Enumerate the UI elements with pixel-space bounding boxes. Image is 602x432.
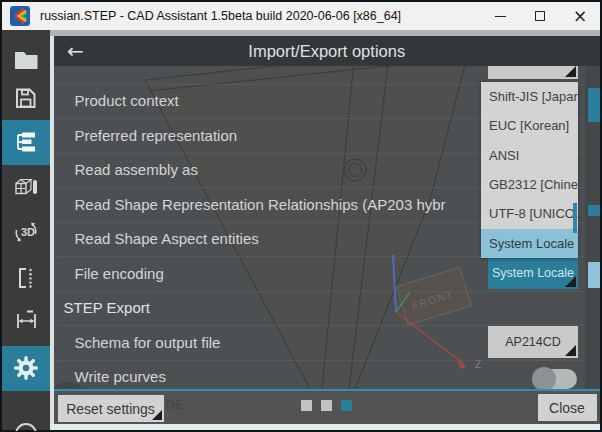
page-indicator xyxy=(54,400,601,411)
sidebar: 3D xyxy=(2,30,50,430)
maximize-button[interactable] xyxy=(520,2,560,30)
info-icon xyxy=(13,403,39,431)
encoding-dropdown-popup: Shift-JIS [Japan...EUC [Korean]ANSIGB231… xyxy=(481,82,578,258)
save-icon xyxy=(14,86,38,110)
combo-box-file-encoding[interactable]: System Locale xyxy=(488,257,578,289)
dropdown-item[interactable]: EUC [Korean] xyxy=(481,111,578,140)
option-label: Read Shape Aspect entities xyxy=(75,230,259,247)
scrollbar-mark xyxy=(588,205,600,216)
sidebar-item-info[interactable] xyxy=(2,403,50,431)
app-window: russian.STEP - CAD Assistant 1.5beta bui… xyxy=(0,0,602,432)
sidebar-item-section[interactable] xyxy=(2,256,50,301)
rotate-3d-icon: 3D xyxy=(13,219,39,245)
dropdown-item[interactable]: ANSI xyxy=(481,141,578,170)
viewport-edge-bottom xyxy=(50,424,600,430)
close-dialog-button[interactable]: Close xyxy=(538,394,597,421)
close-icon: × xyxy=(573,8,587,25)
page-dot-1[interactable] xyxy=(301,400,312,411)
scrollbar-thumb[interactable] xyxy=(588,88,600,122)
dropdown-item[interactable]: System Locale xyxy=(481,229,578,258)
page-dot-3[interactable] xyxy=(341,400,352,411)
combo-box-schema-for-output-file[interactable]: AP214CD xyxy=(488,326,578,358)
option-label: Write pcurves xyxy=(75,368,166,385)
measure-icon xyxy=(14,308,39,332)
sidebar-item-measure[interactable] xyxy=(2,298,50,343)
dialog-title: Import/Export options xyxy=(54,42,601,61)
view-cube-panel-icon xyxy=(14,175,39,199)
option-label: Read Shape Representation Relationships … xyxy=(75,196,446,213)
option-label: STEP Export xyxy=(64,299,150,316)
option-label: File encoding xyxy=(75,265,164,282)
maximize-icon xyxy=(535,11,545,21)
scrollbar-mark-light xyxy=(588,262,600,288)
dialog-header: ← Import/Export options xyxy=(54,36,601,66)
section-header-row: STEP Export xyxy=(54,291,601,326)
sidebar-item-rotate-3d[interactable]: 3D xyxy=(2,210,50,255)
option-label: Read assembly as xyxy=(75,161,198,178)
option-row: Schema for output fileAP214CD xyxy=(54,325,601,360)
option-label: Preferred representation xyxy=(75,127,238,144)
toggle-knob xyxy=(532,367,556,391)
option-row: File encodingSystem Locale xyxy=(54,256,601,291)
dialog-footer: DE Reset settings Close xyxy=(54,389,601,424)
sidebar-item-save[interactable] xyxy=(2,76,50,121)
title-bar: russian.STEP - CAD Assistant 1.5beta bui… xyxy=(2,2,600,30)
window-title: russian.STEP - CAD Assistant 1.5beta bui… xyxy=(40,9,401,23)
sidebar-item-view-panel[interactable] xyxy=(2,165,50,210)
minimize-icon xyxy=(495,16,506,17)
settings-gear-icon xyxy=(12,354,40,382)
sidebar-item-structure[interactable] xyxy=(2,120,50,165)
section-clip-icon xyxy=(14,265,38,291)
option-label: Product context xyxy=(75,92,179,109)
toggle-write-pcurves[interactable] xyxy=(541,369,577,389)
page-dot-2[interactable] xyxy=(321,400,332,411)
dropdown-item[interactable]: Shift-JIS [Japan... xyxy=(481,82,578,111)
popup-scrollbar[interactable] xyxy=(573,203,577,233)
folder-open-icon xyxy=(13,48,39,72)
app-logo-icon xyxy=(10,6,30,26)
options-scrollbar[interactable] xyxy=(585,66,600,389)
svg-text:3D: 3D xyxy=(21,226,35,238)
sidebar-item-settings[interactable] xyxy=(2,346,50,391)
close-window-button[interactable]: × xyxy=(560,2,600,30)
document-structure-icon xyxy=(14,129,39,155)
dropdown-item[interactable]: GB2312 [Chine... xyxy=(481,170,578,199)
minimize-button[interactable] xyxy=(480,2,520,30)
option-label: Schema for output file xyxy=(75,334,221,351)
dropdown-item[interactable]: UTF-8 [UNICO... xyxy=(481,199,578,228)
